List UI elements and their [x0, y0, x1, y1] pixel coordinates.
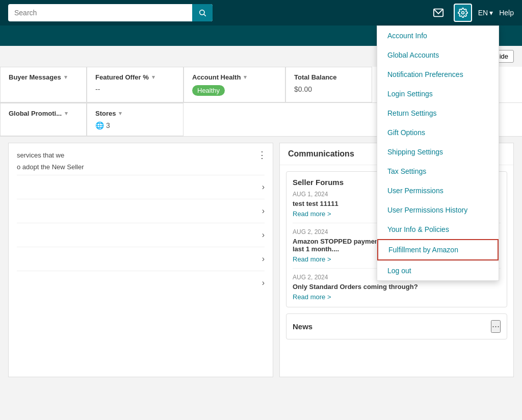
featured-offer-chevron: ▾ [152, 74, 155, 81]
total-balance-label: Total Balance [294, 73, 337, 81]
language-selector[interactable]: EN ▾ [478, 9, 493, 17]
dropdown-item-fulfillment-by-amazon[interactable]: Fulfillment by Amazon [377, 239, 499, 260]
chevron-right-icon: › [262, 182, 265, 192]
dropdown-item-tax-settings[interactable]: Tax Settings [377, 162, 499, 181]
dropdown-item-your-info-policies[interactable]: Your Info & Policies [377, 220, 499, 239]
chevron-right-icon: › [262, 206, 265, 216]
search-icon [198, 9, 206, 17]
dropdown-item-shipping-settings[interactable]: Shipping Settings [377, 142, 499, 162]
svg-point-3 [461, 12, 464, 14]
dropdown-item-log-out[interactable]: Log out [377, 260, 499, 280]
account-health-label: Account Health [192, 73, 241, 81]
total-balance-value: $0.00 [294, 85, 363, 93]
svg-line-1 [204, 14, 206, 16]
global-promo-card[interactable]: Global Promoti... ▾ [0, 103, 87, 136]
stores-card[interactable]: Stores ▾ 🌐 3 [87, 103, 184, 136]
global-promo-chevron: ▾ [65, 110, 68, 117]
total-balance-card: Total Balance $0.00 [285, 67, 372, 102]
chevron-right-icon: › [262, 254, 265, 264]
dropdown-item-user-permissions[interactable]: User Permissions [377, 181, 499, 200]
header: EN ▾ Help [0, 0, 522, 25]
read-more-link-2[interactable]: Read more > [293, 255, 331, 263]
dropdown-item-login-settings[interactable]: Login Settings [377, 84, 499, 103]
buyer-messages-chevron: ▾ [64, 74, 67, 81]
gear-icon [458, 8, 468, 18]
stores-value: 🌐 3 [95, 121, 175, 129]
list-item[interactable]: › [17, 247, 265, 271]
news-title: News [293, 322, 312, 331]
dropdown-item-notification-preferences[interactable]: Notification Preferences [377, 65, 499, 84]
featured-offer-value: -- [95, 85, 175, 93]
read-more-link-3[interactable]: Read more > [293, 293, 331, 301]
news-card: News ··· [286, 313, 507, 339]
chevron-down-icon: ▾ [489, 9, 493, 17]
stores-label: Stores [95, 110, 116, 117]
account-health-card[interactable]: Account Health ▾ Healthy [184, 67, 285, 102]
dropdown-item-user-permissions-history[interactable]: User Permissions History [377, 200, 499, 220]
panel-text-1: services that we [17, 151, 265, 159]
list-item[interactable]: › [17, 199, 265, 223]
chevron-right-icon: › [262, 230, 265, 240]
list-item[interactable]: › [17, 271, 265, 295]
global-promo-label: Global Promoti... [9, 110, 62, 117]
news-menu-button[interactable]: ··· [491, 320, 501, 333]
header-icons: EN ▾ Help [429, 4, 514, 22]
dropdown-item-return-settings[interactable]: Return Settings [377, 103, 499, 123]
help-button[interactable]: Help [499, 9, 514, 17]
list-item[interactable]: › [17, 175, 265, 199]
featured-offer-card[interactable]: Featured Offer % ▾ -- [87, 67, 184, 102]
left-panel: ⋮ services that we o adopt the New Selle… [8, 143, 273, 377]
buyer-messages-card[interactable]: Buyer Messages ▾ [0, 67, 87, 102]
list-item[interactable]: › [17, 223, 265, 247]
healthy-badge: Healthy [192, 85, 225, 96]
dropdown-item-gift-options[interactable]: Gift Options [377, 123, 499, 142]
search-button[interactable] [192, 4, 213, 21]
news-header: News ··· [293, 320, 501, 333]
featured-offer-label: Featured Offer % [95, 73, 149, 81]
account-health-chevron: ▾ [244, 74, 247, 81]
search-bar [8, 4, 213, 21]
read-more-link-1[interactable]: Read more > [293, 210, 331, 218]
settings-button[interactable] [454, 4, 472, 22]
chevron-right-icon: › [262, 278, 265, 287]
panel-menu-button[interactable]: ⋮ [257, 149, 267, 161]
svg-point-0 [200, 10, 204, 15]
buyer-messages-label: Buyer Messages [9, 73, 61, 81]
mail-icon [433, 7, 444, 18]
dropdown-item-global-accounts[interactable]: Global Accounts [377, 45, 499, 65]
dropdown-item-account-info[interactable]: Account Info [377, 26, 499, 45]
stores-chevron: ▾ [119, 110, 122, 117]
post-title-3: Only Standard Orders coming through? [293, 283, 501, 291]
mail-button[interactable] [429, 4, 448, 22]
search-input[interactable] [8, 9, 192, 17]
account-dropdown-menu: Account Info Global Accounts Notificatio… [377, 25, 499, 281]
panel-text-2: o adopt the New Seller [17, 163, 265, 171]
